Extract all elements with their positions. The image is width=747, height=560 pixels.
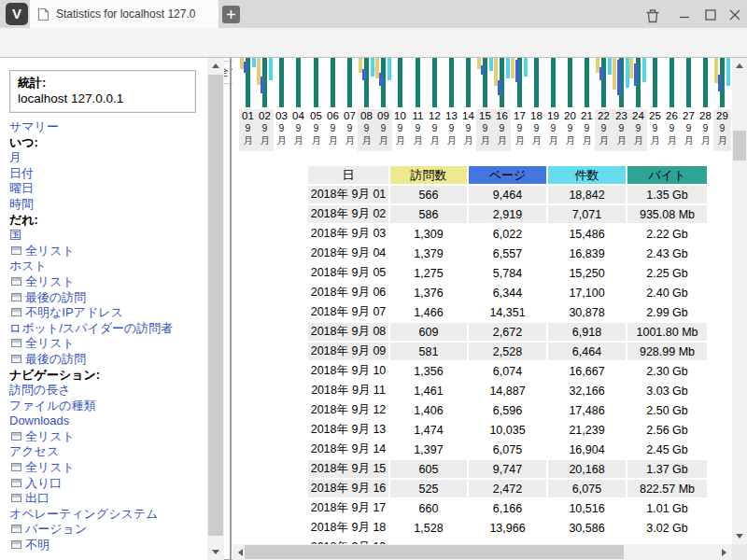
chart-bar-bytes xyxy=(466,58,471,107)
tab-title: Statistics for localhost 127.0 xyxy=(56,7,195,21)
day-number: 04 xyxy=(289,109,307,122)
table-cell: 2.50 Gb xyxy=(627,401,707,419)
scroll-right-button[interactable] xyxy=(716,544,732,560)
sidebar-link[interactable]: 全リスト xyxy=(9,460,205,476)
day-number: 09 xyxy=(374,109,392,122)
sidebar-link[interactable]: サマリー xyxy=(9,119,205,135)
table-cell: 2,919 xyxy=(469,205,546,223)
table-cell: 20,168 xyxy=(548,460,626,478)
table-cell: 14,887 xyxy=(469,382,546,399)
table-cell: 2018年 9月 01 xyxy=(308,186,388,203)
chart-bar-bytes xyxy=(314,58,318,107)
sidebar-link[interactable]: 国 xyxy=(9,228,205,244)
sidebar-link[interactable]: 全リスト xyxy=(9,244,205,259)
month-char: 月 xyxy=(341,133,359,147)
chart-bar-bytes xyxy=(686,58,691,107)
triangle-down-icon xyxy=(212,550,219,554)
sidebar-link[interactable]: 曜日 xyxy=(9,181,205,197)
sidebar-link[interactable]: 時間 xyxy=(9,197,205,213)
scrollbar-thumb[interactable] xyxy=(208,75,223,536)
scrollbar-thumb[interactable] xyxy=(245,545,624,559)
chart-bar-hits xyxy=(608,58,612,75)
browser-tab[interactable]: Statistics for localhost 127.0 xyxy=(30,0,218,28)
submenu-bullet-icon xyxy=(11,339,21,347)
table-row: 2018年 9月 121,4066,59617,4862.50 Gb xyxy=(308,401,707,419)
new-tab-button[interactable] xyxy=(222,6,240,23)
day-number: 20 xyxy=(561,109,579,122)
chart-day-label: 229月 xyxy=(595,109,613,151)
sidebar-link[interactable]: 訪問の長さ xyxy=(9,383,205,399)
sidebar-link[interactable]: バージョン xyxy=(9,522,205,538)
submenu-bullet-icon xyxy=(11,540,21,549)
sidebar-link[interactable]: 不明 xyxy=(9,538,205,553)
content-vertical-scrollbar[interactable] xyxy=(732,58,747,544)
table-row: 2018年 9月 086092,6726,9181001.80 Mb xyxy=(308,323,707,341)
table-cell: 609 xyxy=(390,323,467,341)
table-cell: 2018年 9月 06 xyxy=(308,284,388,301)
sidebar-link[interactable]: ロボット/スパイダーの訪問者 xyxy=(9,321,205,337)
sidebar-link[interactable]: 入り口 xyxy=(9,476,205,492)
sidebar-item-label: 曜日 xyxy=(9,181,34,195)
table-cell: 6,344 xyxy=(469,284,546,301)
month-char: 月 xyxy=(426,133,444,147)
table-header-cell: 訪問数 xyxy=(390,166,467,184)
vivaldi-logo-icon[interactable]: V xyxy=(6,3,28,25)
sidebar-link[interactable]: 全リスト xyxy=(9,429,205,445)
maximize-button[interactable] xyxy=(700,6,721,24)
sidebar-item-label: だれ: xyxy=(9,213,38,227)
submenu-bullet-icon xyxy=(11,277,21,286)
sidebar-link[interactable]: 日付 xyxy=(9,166,205,182)
sidebar-scrollbar[interactable] xyxy=(207,58,224,560)
scroll-down-button[interactable] xyxy=(207,544,224,560)
sidebar-link[interactable]: オペレーティングシステム xyxy=(9,507,205,523)
month-char: 月 xyxy=(409,133,427,147)
scroll-up-button[interactable] xyxy=(732,58,747,74)
table-cell: 2018年 9月 02 xyxy=(308,205,388,223)
table-header-cell: 件数 xyxy=(548,166,626,184)
scroll-up-button[interactable] xyxy=(207,58,224,74)
submenu-bullet-icon xyxy=(11,479,21,487)
trash-button[interactable] xyxy=(642,6,663,24)
content-horizontal-scrollbar[interactable] xyxy=(233,544,732,560)
chart-bar-bytes xyxy=(432,58,437,107)
chart-bar-pages xyxy=(498,80,501,95)
sidebar-link[interactable]: 最後の訪問 xyxy=(9,290,205,306)
table-cell: 2018年 9月 15 xyxy=(308,460,388,478)
sidebar-link[interactable]: 全リスト xyxy=(9,274,205,290)
minimize-button[interactable] xyxy=(674,6,695,24)
frame-divider[interactable] xyxy=(230,58,232,560)
table-cell: 2.99 Gb xyxy=(627,303,707,321)
sidebar-link[interactable]: 全リスト xyxy=(9,336,205,352)
sidebar-section-header: だれ: xyxy=(9,213,205,229)
sidebar-link[interactable]: 不明なIPアドレス xyxy=(9,305,205,321)
table-cell: 14,351 xyxy=(469,303,546,321)
chart-bar-hits xyxy=(726,58,730,86)
month-digit: 9 xyxy=(374,122,392,133)
sidebar-link[interactable]: 出口 xyxy=(9,491,205,507)
sidebar-link[interactable]: 最後の訪問 xyxy=(9,352,205,368)
browser-toolbar: 安全ではありません 172.20.10.3/awstats//awsta... … xyxy=(0,28,747,58)
scrollbar-thumb[interactable] xyxy=(733,131,746,161)
sidebar-link[interactable]: アクセス xyxy=(9,444,205,460)
sidebar-link[interactable]: 月 xyxy=(9,150,205,166)
submenu-bullet-icon xyxy=(11,308,21,316)
table-header-row: 日訪問数ページ件数バイト xyxy=(308,166,707,184)
table-cell: 6,596 xyxy=(469,401,546,419)
month-digit: 9 xyxy=(511,122,529,133)
sidebar-link[interactable]: Downloads xyxy=(9,413,205,429)
chart-bar-hits xyxy=(489,58,493,71)
table-cell: 6,022 xyxy=(469,225,546,243)
triangle-right-icon xyxy=(722,549,726,556)
sidebar-link[interactable]: ファイルの種類 xyxy=(9,399,205,414)
chart-bar-bytes xyxy=(653,58,657,107)
close-button[interactable] xyxy=(725,6,745,24)
sidebar-section-header: いつ: xyxy=(9,135,205,151)
month-digit: 9 xyxy=(663,122,681,133)
sidebar-item-label: 出口 xyxy=(25,491,49,505)
sidebar-item-label: 不明 xyxy=(25,538,49,552)
sidebar-link[interactable]: ホスト xyxy=(9,259,205,274)
sidebar-item-label: 全リスト xyxy=(25,460,75,474)
scroll-down-button[interactable] xyxy=(732,528,747,544)
table-cell: 1,528 xyxy=(390,519,467,537)
table-row: 2018年 9月 156059,74720,1681.37 Gb xyxy=(308,460,707,478)
